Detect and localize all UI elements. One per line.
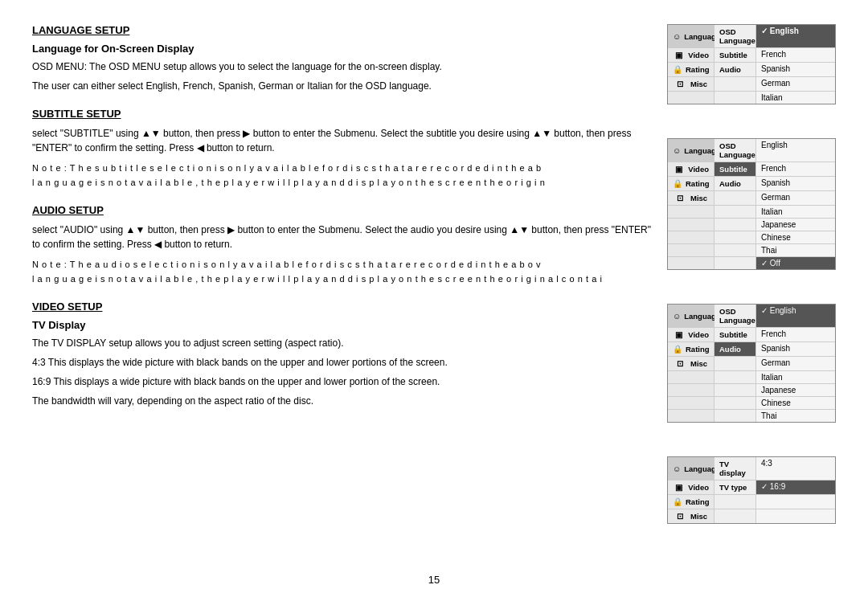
misc-icon-4: ⊡ xyxy=(673,512,687,521)
panel4-video-row: ▣ Video xyxy=(668,480,714,494)
panel1-italian: Italian xyxy=(756,92,835,104)
audio-para-1: select "AUDIO" using ▲▼ button, then pre… xyxy=(32,223,651,251)
misc-icon-3: ⊡ xyxy=(673,359,687,368)
film-icon-3: ▣ xyxy=(673,330,685,339)
panel1-osd-label: OSD Language xyxy=(714,25,756,47)
panel2-empty3 xyxy=(668,219,714,231)
misc-icon-2: ⊡ xyxy=(673,194,687,202)
panel2-german: German xyxy=(756,191,835,205)
panel3-french: French xyxy=(756,328,835,341)
panel3-video-row: ▣ Video xyxy=(668,328,714,341)
panel1-empty2 xyxy=(714,92,756,104)
panel1-french: French xyxy=(756,48,835,62)
film-icon-2: ▣ xyxy=(673,165,685,174)
panel2-italian: Italian xyxy=(756,206,835,218)
audio-section: AUDIO SETUP select "AUDIO" using ▲▼ butt… xyxy=(32,204,651,286)
panel3-misc-row: ⊡ Misc xyxy=(668,357,714,370)
video-subheading: TV Display xyxy=(32,319,651,331)
language-panel: ☺ Language OSD Language ✓ English ▣ Vide… xyxy=(667,24,836,121)
panel4-lang-row: ☺ Language xyxy=(668,457,714,480)
panel2-empty10 xyxy=(714,257,756,269)
panel3-subtitle: Subtitle xyxy=(714,328,756,341)
panel3-osd-header: OSD Language xyxy=(714,305,756,327)
audio-note: N o t e : T h e a u d i o s e l e c t i … xyxy=(32,258,651,286)
panel1-misc-row: ⊡ Misc xyxy=(668,77,714,91)
language-para-2: The user can either select English, Fren… xyxy=(32,79,651,93)
face-icon-4: ☺ xyxy=(673,464,681,473)
panel3-italian: Italian xyxy=(756,371,835,383)
panel2-english: English xyxy=(756,139,835,162)
panel4-empty3 xyxy=(714,509,756,523)
subtitle-section: SUBTITLE SETUP select "SUBTITLE" using ▲… xyxy=(32,108,651,190)
language-heading: LANGUAGE SETUP xyxy=(32,24,651,36)
panel3-thai: Thai xyxy=(756,410,835,422)
misc-icon-1: ⊡ xyxy=(673,80,687,88)
panel3-empty1 xyxy=(668,371,714,383)
panel2-video-row: ▣ Video xyxy=(668,162,714,176)
video-section: VIDEO SETUP TV Display The TV DISPLAY se… xyxy=(32,301,651,408)
panel4-rating-row: 🔒 Rating xyxy=(668,495,714,509)
panel4-empty4 xyxy=(756,509,835,523)
panel1-english-selected: ✓ English xyxy=(756,25,835,47)
lock-icon-4: 🔒 xyxy=(673,497,682,506)
panel3-empty4 xyxy=(714,384,756,396)
panel3-empty3 xyxy=(668,384,714,396)
panel3-empty xyxy=(714,357,756,370)
panel2-off-selected: ✓ Off xyxy=(756,257,835,269)
film-icon-4: ▣ xyxy=(673,483,685,492)
panel2-empty7 xyxy=(668,244,714,256)
video-para-1: The TV DISPLAY setup allows you to adjus… xyxy=(32,336,651,350)
lock-icon-3: 🔒 xyxy=(673,345,682,354)
panel3-japanese: Japanese xyxy=(756,384,835,396)
panel4-misc-row: ⊡ Misc xyxy=(668,509,714,523)
panel4-tvdisplay-label: TV display xyxy=(714,457,756,480)
panel3-empty8 xyxy=(714,410,756,422)
panel2-japanese: Japanese xyxy=(756,219,835,231)
panel4-empty1 xyxy=(714,495,756,509)
panel2-empty1 xyxy=(668,206,714,218)
panel4-43-value: 4:3 xyxy=(756,457,835,480)
video-heading: VIDEO SETUP xyxy=(32,301,651,313)
film-icon-1: ▣ xyxy=(673,51,685,59)
panel1-audio-label: Audio xyxy=(714,63,756,76)
panel3-spanish: Spanish xyxy=(756,342,835,356)
panel3-english-selected: ✓ English xyxy=(756,305,835,327)
language-section: LANGUAGE SETUP Language for On-Screen Di… xyxy=(32,24,651,93)
panel4-empty2 xyxy=(756,495,835,509)
panel2-thai: Thai xyxy=(756,244,835,256)
panel2-spanish: Spanish xyxy=(756,177,835,190)
panel1-subtitle-label: Subtitle xyxy=(714,48,756,62)
panel3-german: German xyxy=(756,357,835,370)
panel4-169-selected: ✓ 16:9 xyxy=(756,480,835,494)
face-icon-2: ☺ xyxy=(673,146,681,155)
panel1-video-row: ▣ Video xyxy=(668,48,714,62)
video-para-2: 4:3 This displays the wide picture with … xyxy=(32,355,651,370)
panel1-rating-row: 🔒 Rating xyxy=(668,63,714,76)
panel4-tvtype-label: TV type xyxy=(714,480,756,494)
panel3-rating-row: 🔒 Rating xyxy=(668,342,714,356)
panel2-empty xyxy=(714,191,756,205)
panel2-empty5 xyxy=(668,231,714,243)
panel3-lang-row: ☺ Language xyxy=(668,305,714,327)
language-subheading: Language for On-Screen Display xyxy=(32,43,651,55)
lock-icon-2: 🔒 xyxy=(673,179,682,188)
panel3-audio-highlight: Audio xyxy=(714,342,756,356)
panel2-empty4 xyxy=(714,219,756,231)
subtitle-heading: SUBTITLE SETUP xyxy=(32,108,651,120)
panel1-empty xyxy=(714,77,756,91)
ui-panels: ☺ Language OSD Language ✓ English ▣ Vide… xyxy=(667,24,836,558)
page-number: 15 xyxy=(32,574,836,586)
face-icon-1: ☺ xyxy=(673,32,681,41)
subtitle-panel: ☺ Language OSD Language English ▣ Video … xyxy=(667,138,836,286)
panel3-empty7 xyxy=(668,410,714,422)
video-para-3: 16:9 This displays a wide picture with b… xyxy=(32,374,651,389)
language-para-1: OSD MENU: The OSD MENU setup allows you … xyxy=(32,59,651,74)
panel2-osd-header: OSD Language xyxy=(714,139,756,162)
audio-heading: AUDIO SETUP xyxy=(32,204,651,216)
video-para-4: The bandwidth will vary, depending on th… xyxy=(32,394,651,408)
video-panel: ☺ Language TV display 4:3 ▣ Video TV typ… xyxy=(667,456,836,540)
panel1-german: German xyxy=(756,77,835,91)
panel3-empty2 xyxy=(714,371,756,383)
panel3-chinese: Chinese xyxy=(756,397,835,409)
subtitle-para-1: select "SUBTITLE" using ▲▼ button, then … xyxy=(32,126,651,155)
